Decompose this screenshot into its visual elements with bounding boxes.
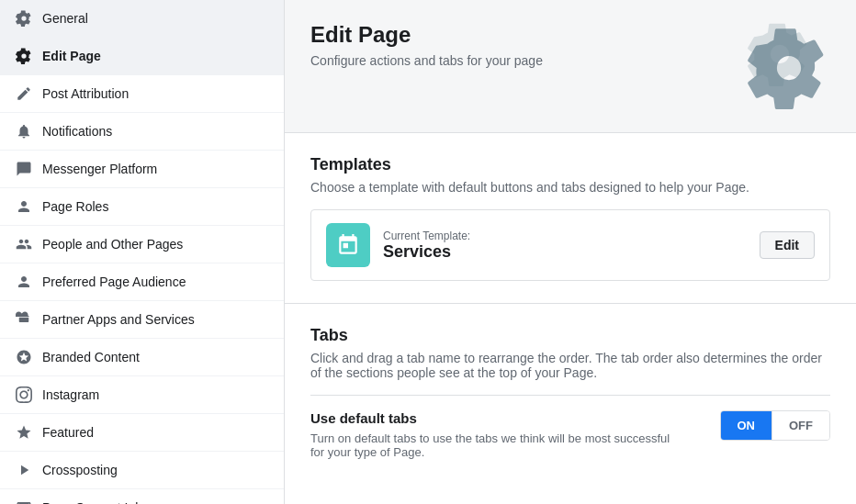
sidebar-item-label-preferred-page-audience: Preferred Page Audience — [42, 274, 186, 290]
sidebar-item-label-people-and-other-pages: People and Other Pages — [42, 236, 183, 252]
template-card: Current Template: Services Edit — [310, 209, 830, 281]
people-and-other-pages-icon — [15, 235, 33, 253]
messenger-platform-icon — [15, 160, 33, 178]
sidebar-item-partner-apps-and-services[interactable]: Partner Apps and Services — [0, 301, 284, 339]
sidebar-item-label-partner-apps-and-services: Partner Apps and Services — [42, 311, 195, 328]
default-tabs-row: Use default tabs Turn on default tabs to… — [310, 395, 830, 474]
sidebar-item-crossposting[interactable]: Crossposting — [0, 452, 284, 489]
sidebar-item-general[interactable]: General — [0, 0, 284, 38]
sidebar-item-notifications[interactable]: Notifications — [0, 113, 284, 151]
sidebar-item-edit-page[interactable]: Edit Page — [0, 38, 284, 75]
tabs-title: Tabs — [310, 326, 830, 345]
templates-description: Choose a template with default buttons a… — [310, 180, 830, 195]
sidebar-item-label-page-roles: Page Roles — [42, 198, 108, 215]
sidebar-item-label-page-support-inbox: Page Support Inbox — [42, 499, 156, 504]
sidebar-item-label-featured: Featured — [42, 424, 94, 441]
sidebar-item-page-support-inbox[interactable]: Page Support Inbox — [0, 489, 284, 504]
sidebar-item-label-branded-content: Branded Content — [42, 349, 140, 365]
page-support-inbox-icon — [15, 498, 33, 504]
current-template-value: Services — [383, 242, 470, 262]
default-tabs-info: Use default tabs Turn on default tabs to… — [310, 410, 678, 459]
templates-title: Templates — [310, 155, 830, 174]
featured-icon — [15, 423, 33, 442]
tabs-section: Tabs Click and drag a tab name to rearra… — [285, 304, 856, 496]
sidebar-item-label-general: General — [42, 10, 88, 27]
sidebar-item-label-instagram: Instagram — [42, 386, 99, 403]
sidebar-item-label-crossposting: Crossposting — [42, 462, 118, 478]
page-title: Edit Page — [310, 22, 543, 48]
toggle-off-button[interactable]: OFF — [772, 411, 829, 440]
sidebar-item-instagram[interactable]: Instagram — [0, 376, 284, 414]
main-content: Edit Page Configure actions and tabs for… — [285, 0, 856, 504]
template-icon — [326, 223, 370, 267]
sidebar-item-label-post-attribution: Post Attribution — [42, 85, 129, 102]
sidebar-item-label-messenger-platform: Messenger Platform — [42, 161, 157, 177]
calendar-icon — [336, 233, 360, 257]
gear-fg-icon — [748, 27, 830, 109]
sidebar-item-page-roles[interactable]: Page Roles — [0, 188, 284, 226]
tabs-description: Click and drag a tab name to rearrange t… — [310, 351, 830, 380]
notifications-icon — [15, 122, 33, 140]
branded-content-icon — [15, 348, 33, 366]
partner-apps-and-services-icon — [15, 310, 33, 329]
default-tabs-label: Use default tabs — [310, 410, 678, 426]
sidebar-item-label-notifications: Notifications — [42, 123, 112, 140]
sidebar-item-branded-content[interactable]: Branded Content — [0, 339, 284, 376]
sidebar-item-preferred-page-audience[interactable]: Preferred Page Audience — [0, 263, 284, 301]
gear-illustration — [720, 22, 830, 114]
sidebar-item-featured[interactable]: Featured — [0, 414, 284, 452]
post-attribution-icon — [15, 84, 33, 103]
sidebar-item-people-and-other-pages[interactable]: People and Other Pages — [0, 226, 284, 263]
page-description: Configure actions and tabs for your page — [310, 53, 543, 68]
toggle-container[interactable]: ON OFF — [720, 410, 831, 441]
preferred-page-audience-icon — [15, 273, 33, 291]
current-template-label: Current Template: — [383, 230, 470, 242]
template-card-info: Current Template: Services — [383, 230, 470, 262]
sidebar: GeneralEdit PagePost AttributionNotifica… — [0, 0, 285, 504]
page-roles-icon — [15, 197, 33, 216]
header-text: Edit Page Configure actions and tabs for… — [310, 22, 543, 68]
default-tabs-description: Turn on default tabs to use the tabs we … — [310, 431, 678, 459]
crossposting-icon — [15, 461, 33, 479]
edit-template-button[interactable]: Edit — [760, 231, 815, 259]
template-card-left: Current Template: Services — [326, 223, 470, 267]
sidebar-item-messenger-platform[interactable]: Messenger Platform — [0, 151, 284, 188]
templates-section: Templates Choose a template with default… — [285, 133, 856, 304]
header-section: Edit Page Configure actions and tabs for… — [285, 0, 856, 133]
edit-page-icon — [15, 47, 33, 65]
sidebar-item-post-attribution[interactable]: Post Attribution — [0, 75, 284, 113]
sidebar-item-label-edit-page: Edit Page — [42, 48, 101, 64]
toggle-on-button[interactable]: ON — [721, 411, 772, 440]
instagram-icon — [15, 386, 33, 404]
general-icon — [15, 9, 33, 28]
